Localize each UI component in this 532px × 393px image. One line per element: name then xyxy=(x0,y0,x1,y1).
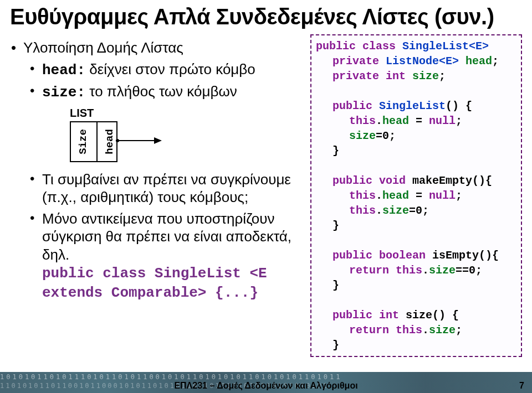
bullet-compare: Τι συμβαίνει αν πρέπει να συγκρίνουμε (π… xyxy=(30,170,309,206)
code-ie-close: } xyxy=(316,278,516,293)
code-ctor-b2: size=0; xyxy=(316,128,516,143)
size-rest: το πλήθος των κόμβων xyxy=(85,83,237,100)
code-makeempty-sig: public void makeEmpty(){ xyxy=(316,173,516,188)
cell-size-text: Size xyxy=(77,129,90,154)
head-rest: δείχνει στον πρώτο κόμβο xyxy=(85,61,255,77)
code-ctor-b1: this.head = null; xyxy=(316,113,516,128)
code-panel: public class SingleList<E> private ListN… xyxy=(310,34,522,357)
code-size-sig: public int size() { xyxy=(316,308,516,323)
content-left: Υλοποίηση Δομής Λίστας head: δείχνει στο… xyxy=(10,34,309,304)
code-line-2: private ListNode<E> head; xyxy=(316,54,516,69)
slide: Ευθύγραμμες Απλά Συνδεδεμένες Λίστες (συ… xyxy=(0,0,532,393)
svg-point-2 xyxy=(116,139,119,142)
svg-marker-1 xyxy=(154,137,162,144)
footer-bar: 1010101101011101011010110010101101010101… xyxy=(0,372,532,393)
list-boxes: Size head xyxy=(70,121,117,162)
code-sz-close: } xyxy=(316,338,516,353)
code-line-1: public class SingleList<E> xyxy=(316,39,516,54)
head-code-word: head: xyxy=(42,62,85,79)
code-ctor-sig: public SingleList() { xyxy=(316,99,516,113)
bullet-only-comparable: Μόνο αντικείμενα που υποστηρίζουν σύγκρι… xyxy=(30,210,309,302)
code-sz-body: return this.size; xyxy=(316,323,516,338)
code-ie-body: return this.size==0; xyxy=(316,263,516,278)
only-comparable-text: Μόνο αντικείμενα που υποστηρίζουν σύγκρι… xyxy=(42,210,291,263)
bullet-head-desc: head: δείχνει στον πρώτο κόμβο xyxy=(30,60,309,80)
list-diagram: LIST Size head xyxy=(70,106,309,162)
code-isempty-sig: public boolean isEmpty(){ xyxy=(316,248,516,263)
code-line-3: private int size; xyxy=(316,69,516,84)
footer-page-number: 7 xyxy=(519,381,524,391)
cell-head-text: head xyxy=(104,129,117,154)
class-decl-comparable: public class SingleList <E extends Compa… xyxy=(42,265,267,301)
size-code-word: size: xyxy=(42,84,85,101)
list-word: LIST xyxy=(70,106,309,120)
bullet-impl: Υλοποίηση Δομής Λίστας xyxy=(10,39,309,57)
code-me-close: } xyxy=(316,218,516,233)
bullet-size-desc: size: το πλήθος των κόμβων xyxy=(30,82,309,102)
code-me-b1: this.head = null; xyxy=(316,188,516,203)
slide-title: Ευθύγραμμες Απλά Συνδεδεμένες Λίστες (συ… xyxy=(10,4,494,29)
footer-binary-1: 1010101101011101011010110010101101010101… xyxy=(0,373,532,381)
arrow-icon xyxy=(115,134,165,156)
list-cell-size: Size xyxy=(71,122,96,161)
code-ctor-close: } xyxy=(316,143,516,158)
code-me-b2: this.size=0; xyxy=(316,203,516,218)
footer-center-text: ΕΠΛ231 – Δομές Δεδομένων και Αλγόριθμοι xyxy=(0,381,532,391)
